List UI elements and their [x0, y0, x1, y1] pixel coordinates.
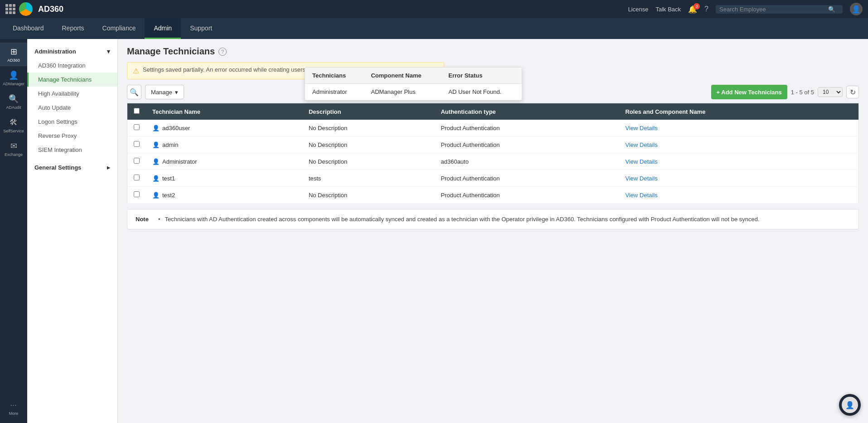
row-checkbox[interactable] — [134, 175, 140, 180]
tab-dashboard[interactable]: Dashboard — [4, 18, 53, 39]
tab-admin[interactable]: Admin — [145, 18, 181, 39]
per-page-select[interactable]: 10 25 50 100 — [818, 87, 843, 97]
view-details-link[interactable]: View Details — [625, 192, 657, 199]
toolbar-right: + Add New Technicians 1 - 5 of 5 10 25 5… — [711, 85, 859, 99]
tab-compliance[interactable]: Compliance — [93, 18, 145, 39]
search-box: 🔍 — [716, 5, 843, 14]
row-description-cell: No Description — [302, 187, 435, 204]
error-status-cell: AD User Not Found. — [441, 84, 522, 100]
chevron-right-icon: ▸ — [107, 164, 110, 171]
technician-name: Administrator — [162, 158, 197, 165]
tab-reports[interactable]: Reports — [53, 18, 93, 39]
add-new-technicians-btn[interactable]: + Add New Technicians — [711, 85, 787, 99]
layout: ⊞ AD360 👤 ADManager 🔍 ADAudit 🛠 SelfServ… — [0, 39, 868, 423]
sidebar-item-selfservice[interactable]: 🛠 SelfService — [0, 113, 27, 137]
search-icon[interactable]: 🔍 — [828, 6, 835, 13]
row-checkbox-cell — [127, 136, 146, 153]
sidebar-item-ad360-integration[interactable]: AD360 Integration — [27, 58, 117, 73]
chat-avatar: 👤 — [842, 397, 858, 413]
search-input[interactable] — [719, 6, 828, 13]
talkback-link[interactable]: Talk Back — [655, 6, 681, 13]
chevron-down-icon: ▾ — [107, 48, 110, 55]
col-roles-component: Roles and Component Name — [619, 103, 858, 120]
exchange-icon: ✉ — [8, 141, 19, 151]
navtabs: Dashboard Reports Compliance Admin Suppo… — [0, 18, 868, 39]
error-component-cell: ADManager Plus — [364, 84, 441, 100]
sidebar-item-siem-integration[interactable]: SIEM Integration — [27, 143, 117, 157]
view-details-link[interactable]: View Details — [625, 141, 657, 148]
technician-name: ad360user — [162, 125, 190, 131]
manage-dropdown-btn[interactable]: Manage ▾ — [145, 85, 184, 99]
note-section: Note • Technicians with AD Authenticatio… — [127, 209, 859, 229]
row-name-cell: 👤 ad360user — [146, 120, 302, 136]
table-search-btn[interactable]: 🔍 — [127, 85, 141, 99]
sidebar-item-reverse-proxy[interactable]: Reverse Proxy — [27, 129, 117, 143]
row-roles-cell: View Details — [619, 120, 858, 136]
sidebar-item-exchange[interactable]: ✉ Exchange — [0, 137, 27, 160]
table-header-row: Technician Name Description Authenticati… — [127, 103, 859, 120]
row-roles-cell: View Details — [619, 153, 858, 170]
chat-button[interactable]: 👤 — [839, 394, 861, 416]
grid-icon[interactable] — [5, 4, 15, 14]
logo-text: AD360 — [38, 5, 63, 14]
note-label: Note — [136, 216, 154, 223]
row-auth-cell: Product Authentication — [434, 170, 619, 187]
warning-icon: ⚠ — [133, 67, 139, 75]
row-checkbox[interactable] — [134, 191, 140, 197]
admanager-icon: 👤 — [8, 70, 19, 81]
col-technician-name: Technician Name — [146, 103, 302, 120]
avatar[interactable]: 👤 — [850, 3, 863, 15]
manage-chevron-icon: ▾ — [175, 89, 178, 96]
table-row: 👤 test1 tests Product Authentication Vie… — [127, 170, 859, 187]
view-details-link[interactable]: View Details — [625, 175, 657, 182]
sidebar-item-manage-technicians[interactable]: Manage Technicians — [27, 73, 117, 87]
row-checkbox-cell — [127, 170, 146, 187]
topbar-right: License Talk Back 🔔 3 ? 🔍 👤 — [628, 3, 863, 15]
notification-bell[interactable]: 🔔 3 — [688, 5, 697, 14]
license-link[interactable]: License — [628, 6, 649, 13]
error-col-status: Error Status — [441, 68, 522, 84]
col-description: Description — [302, 103, 435, 120]
refresh-btn[interactable]: ↻ — [846, 86, 859, 98]
row-roles-cell: View Details — [619, 170, 858, 187]
row-checkbox[interactable] — [134, 124, 140, 130]
user-icon: 👤 — [152, 175, 160, 182]
help-circle-icon[interactable]: ? — [218, 48, 227, 56]
user-icon: 👤 — [152, 125, 160, 131]
technicians-table: Technician Name Description Authenticati… — [127, 103, 859, 204]
sidebar-label-ad360: AD360 — [7, 58, 20, 63]
sidebar-item-auto-update[interactable]: Auto Update — [27, 101, 117, 115]
sidebar-label-exchange: Exchange — [5, 152, 23, 157]
row-checkbox-cell — [127, 187, 146, 204]
select-all-checkbox[interactable] — [134, 108, 140, 114]
technician-name: test1 — [162, 175, 175, 182]
sidebar-item-more[interactable]: ··· More — [0, 396, 27, 419]
notification-badge: 3 — [693, 3, 700, 10]
ad360-icon: ⊞ — [8, 46, 19, 57]
row-auth-cell: Product Authentication — [434, 120, 619, 136]
sidebar-label-more: More — [9, 411, 19, 416]
tab-support[interactable]: Support — [181, 18, 221, 39]
sidebar-item-ad360[interactable]: ⊞ AD360 — [0, 43, 27, 66]
row-description-cell: No Description — [302, 153, 435, 170]
row-roles-cell: View Details — [619, 136, 858, 153]
row-checkbox[interactable] — [134, 141, 140, 147]
help-btn[interactable]: ? — [704, 5, 708, 13]
view-details-link[interactable]: View Details — [625, 158, 657, 165]
sidebar-item-high-availability[interactable]: High Availability — [27, 87, 117, 101]
sidebar-item-adaudit[interactable]: 🔍 ADAudit — [0, 90, 27, 113]
row-checkbox[interactable] — [134, 158, 140, 164]
note-text: Technicians with AD Authentication creat… — [165, 216, 760, 223]
topbar: AD360 License Talk Back 🔔 3 ? 🔍 👤 — [0, 0, 868, 18]
toolbar-left: 🔍 Manage ▾ — [127, 85, 184, 99]
sidebar-item-admanager[interactable]: 👤 ADManager — [0, 66, 27, 90]
administration-section[interactable]: Administration ▾ — [27, 44, 117, 58]
col-auth-type: Authentication type — [434, 103, 619, 120]
table-row: 👤 Administrator No Description ad360auto… — [127, 153, 859, 170]
error-col-technician: Technicians — [305, 68, 364, 84]
general-settings-section[interactable]: General Settings ▸ — [27, 160, 117, 175]
view-details-link[interactable]: View Details — [625, 125, 657, 131]
sidebar-item-logon-settings[interactable]: Logon Settings — [27, 115, 117, 129]
technician-name: test2 — [162, 192, 175, 199]
selfservice-icon: 🛠 — [8, 117, 19, 128]
